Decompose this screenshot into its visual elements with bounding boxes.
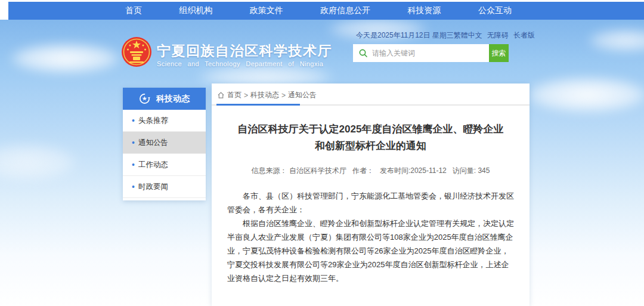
header-utility-bar: 今天是2025年11月12日 星期三 繁體中文 无障碍 长者版 (356, 30, 521, 41)
link-accessibility[interactable]: 无障碍 (487, 30, 509, 41)
article-paragraph: 根据自治区雏鹰企业、瞪羚企业和创新型标杆企业认定管理有关规定，决定认定半亩良人农… (227, 217, 514, 285)
article-meta: 信息来源： 自治区科学技术厅 作者： 发布时间:2025-11-12 访问量: … (212, 166, 530, 176)
sidebar-tech-news: 科技动态 • 头条推荐 • 通知公告 • 工作动态 • 时政要闻 (123, 88, 206, 200)
sidebar-item-label: 头条推荐 (138, 116, 168, 126)
search-bar: 搜索 (353, 44, 509, 62)
nav-item-organization[interactable]: 组织机构 (179, 5, 212, 16)
breadcrumb-notices[interactable]: 通知公告 (288, 90, 317, 100)
meta-author: 作者： (352, 166, 374, 176)
article-title: 自治区科技厅关于认定2025年度自治区雏鹰企业、瞪羚企业 和创新型标杆企业的通知 (230, 121, 512, 154)
cloud-decoration (9, 43, 122, 74)
nav-item-tech-resources[interactable]: 科技资源 (408, 5, 441, 16)
nav-item-gov-info-disclosure[interactable]: 政府信息公开 (320, 5, 370, 16)
nav-item-public-interaction[interactable]: 公众互动 (478, 5, 512, 16)
bullet-icon: • (132, 160, 135, 169)
meta-publish-date: 发布时间:2025-11-12 (380, 166, 447, 176)
breadcrumb-home[interactable]: 首页 (227, 90, 242, 100)
article-body: 各市、县（区）科技管理部门，宁东能源化工基地管委会，银川经济技术开发区管委会，各… (212, 189, 530, 285)
article-paragraph: 各市、县（区）科技管理部门，宁东能源化工基地管委会，银川经济技术开发区管委会，各… (227, 189, 514, 217)
sidebar-header: 科技动态 (123, 88, 206, 110)
sidebar-item-label: 时政要闻 (138, 182, 168, 192)
nav-menu: 首页 组织机构 政策文件 政府信息公开 科技资源 公众互动 (125, 5, 512, 16)
current-date-text: 今天是2025年11月12日 星期三 (356, 30, 454, 41)
meta-source: 信息来源： 自治区科学技术厅 (252, 166, 346, 176)
sidebar-item-work-updates[interactable]: • 工作动态 (123, 154, 206, 176)
article-title-line1: 自治区科技厅关于认定2025年度自治区雏鹰企业、瞪羚企业 (230, 121, 512, 138)
top-navigation-bar: 首页 组织机构 政策文件 政府信息公开 科技资源 公众互动 (8, 2, 644, 20)
sidebar-item-headlines[interactable]: • 头条推荐 (123, 110, 206, 132)
search-input[interactable] (353, 44, 489, 62)
bullet-icon: • (132, 116, 135, 125)
breadcrumb-separator: > (244, 91, 248, 100)
link-elderly-version[interactable]: 长者版 (513, 30, 535, 41)
breadcrumb: 首页 > 科技动态 > 通知公告 (212, 84, 530, 104)
search-button[interactable]: 搜索 (489, 44, 509, 62)
breadcrumb-tech-news[interactable]: 科技动态 (250, 90, 279, 100)
article-panel: 首页 > 科技动态 > 通知公告 自治区科技厅关于认定2025年度自治区雏鹰企业… (212, 84, 530, 306)
cloud-decoration (525, 76, 644, 113)
meta-visit-count: 访问量: 345 (453, 166, 490, 176)
nav-item-home[interactable]: 首页 (125, 5, 142, 16)
bullet-icon: • (132, 183, 135, 191)
breadcrumb-separator: > (281, 91, 286, 100)
nav-item-policy-documents[interactable]: 政策文件 (250, 5, 283, 16)
breadcrumb-divider (212, 104, 530, 106)
sidebar-item-notices[interactable]: • 通知公告 (123, 132, 206, 154)
site-title-english: Science and Technology Department of Nin… (157, 60, 327, 67)
dynamic-star-icon (139, 93, 150, 104)
bullet-icon: • (132, 138, 135, 147)
sidebar-item-label: 工作动态 (138, 160, 168, 170)
home-icon (217, 91, 225, 99)
sidebar-title: 科技动态 (156, 94, 190, 104)
site-title: 宁夏回族自治区科学技术厅 (157, 42, 332, 60)
national-emblem-logo (121, 36, 152, 68)
article-title-line2: 和创新型标杆企业的通知 (230, 138, 512, 154)
search-icon (359, 49, 367, 57)
sidebar-item-label: 通知公告 (138, 138, 168, 148)
link-traditional-chinese[interactable]: 繁體中文 (454, 30, 482, 41)
sidebar-item-political-news[interactable]: • 时政要闻 (123, 176, 206, 198)
